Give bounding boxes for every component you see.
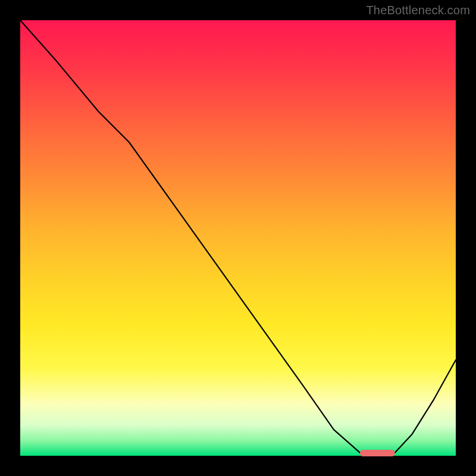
optimal-marker	[360, 450, 395, 456]
plot-area	[20, 20, 456, 456]
chart-frame: TheBottleneck.com	[0, 0, 476, 476]
plot-svg	[20, 20, 456, 456]
watermark-text: TheBottleneck.com	[366, 4, 470, 17]
bottleneck-curve	[20, 20, 456, 453]
